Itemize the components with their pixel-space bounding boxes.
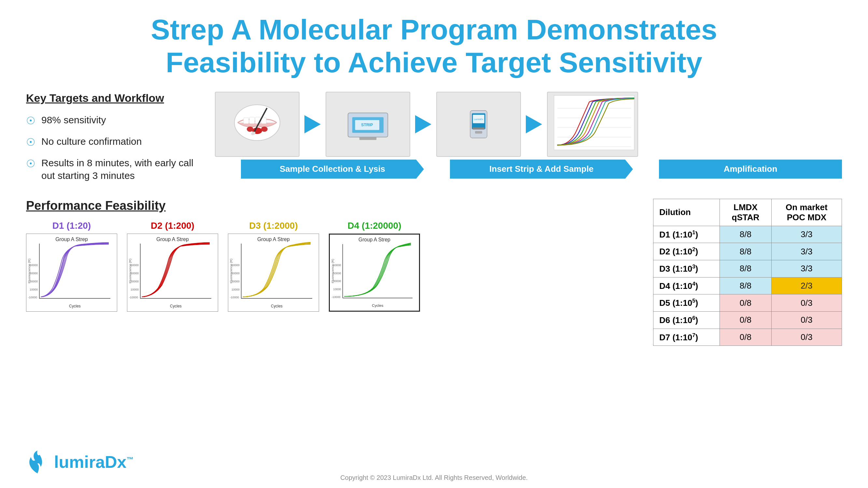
svg-text:10000: 10000 [333, 287, 341, 291]
content-area: Key Targets and Workflow ☉ 98% sensitivi… [0, 85, 868, 189]
svg-text:Group A Strep: Group A Strep [257, 236, 290, 242]
bullet-icon-2: ☉ [26, 136, 35, 149]
table-row-d4: D4 (1:104) 8/8 2/3 [653, 277, 842, 294]
key-targets-heading: Key Targets and Workflow [26, 92, 195, 104]
svg-text:Group A Strep: Group A Strep [156, 236, 189, 242]
chart-box-d1: Group A Strep -10000 10000 30000 50000 6… [26, 234, 117, 312]
arrow-right-icon-2 [415, 115, 431, 133]
table-row-d2: D2 (1:102) 8/8 3/3 [653, 243, 842, 260]
table-cell-poc-d1: 3/3 [771, 226, 842, 243]
chart-svg-d1: Group A Strep -10000 10000 30000 50000 6… [26, 234, 117, 311]
svg-text:Cycles: Cycles [170, 304, 182, 308]
table-cell-lmdx-d5: 0/8 [719, 294, 771, 312]
svg-text:Group A Strep: Group A Strep [55, 236, 88, 242]
chart-svg-d4: Group A Strep -10000 10000 30000 50000 6… [330, 234, 419, 311]
svg-rect-31 [26, 234, 117, 311]
table-cell-dilution-d2: D2 (1:102) [653, 243, 720, 260]
logo-text: lumiraDx™ [54, 452, 134, 472]
table-row-d7: D7 (1:107) 0/8 0/3 [653, 329, 842, 346]
logo-flame-icon [26, 449, 49, 475]
svg-text:Fluorescence (R): Fluorescence (R) [331, 259, 334, 283]
chart-box-d4: Group A Strep -10000 10000 30000 50000 6… [329, 234, 420, 312]
table-cell-dilution-d5: D5 (1:105) [653, 294, 720, 312]
table-cell-dilution-d3: D3 (1:103) [653, 260, 720, 277]
table-cell-poc-d5: 0/3 [771, 294, 842, 312]
svg-text:10000: 10000 [30, 288, 38, 291]
workflow-images: STRIP LumiraDx [215, 92, 842, 157]
arrow-2 [410, 115, 436, 133]
device-icon: LumiraDx [458, 98, 500, 150]
table-row-d3: D3 (1:103) 8/8 3/3 [653, 260, 842, 277]
table-cell-lmdx-d4: 8/8 [719, 277, 771, 294]
arrow-1 [300, 115, 326, 133]
svg-rect-25 [554, 96, 634, 150]
footer: Copyright © 2023 LumiraDx Ltd. All Right… [0, 474, 868, 482]
table-cell-poc-d7: 0/3 [771, 329, 842, 346]
performance-section: Performance Feasibility D1 (1:20) Group … [0, 189, 868, 346]
table-row-d1: D1 (1:101) 8/8 3/3 [653, 226, 842, 243]
title-section: Strep A Molecular Program Demonstrates F… [0, 0, 868, 85]
svg-text:-10000: -10000 [332, 295, 340, 299]
chart-box-d3: Group A Strep -10000 10000 30000 50000 6… [228, 234, 319, 312]
performance-heading: Performance Feasibility [26, 199, 637, 213]
dilution-label-d1: D1 (1:20) [53, 221, 91, 231]
bullet-icon-1: ☉ [26, 114, 35, 128]
arrow-right-icon-1 [304, 115, 321, 133]
workflow-box-2: STRIP [326, 92, 410, 157]
table-cell-lmdx-d6: 0/8 [719, 311, 771, 329]
table-header-poc: On marketPOC MDX [771, 199, 842, 226]
workflow-label-3: Amplification [659, 159, 842, 178]
table-cell-poc-d4: 2/3 [771, 277, 842, 294]
svg-text:Fluorescence (R): Fluorescence (R) [229, 259, 233, 283]
workflow-label-1: Sample Collection & Lysis [241, 159, 424, 178]
chart-container-d3: D3 (1:2000) Group A Strep -10000 10000 3… [228, 221, 319, 312]
svg-rect-16 [360, 137, 377, 140]
logo-area: lumiraDx™ [26, 449, 134, 475]
arrow-3 [521, 115, 547, 133]
table-row-d6: D6 (1:106) 0/8 0/3 [653, 311, 842, 329]
svg-rect-3 [249, 117, 255, 124]
table-row-d5: D5 (1:105) 0/8 0/3 [653, 294, 842, 312]
workflow-box-3: LumiraDx [436, 92, 521, 157]
bullet-text-1: 98% sensitivity [41, 113, 106, 126]
charts-row: D1 (1:20) Group A Strep -10000 10000 300… [26, 221, 637, 312]
performance-table-container: Dilution LMDXqSTAR On marketPOC MDX D1 (… [653, 199, 842, 346]
table-cell-lmdx-d1: 8/8 [719, 226, 771, 243]
arrow-right-icon-3 [526, 115, 542, 133]
left-column: Key Targets and Workflow ☉ 98% sensitivi… [26, 92, 195, 189]
chart-container-d1: D1 (1:20) Group A Strep -10000 10000 300… [26, 221, 117, 312]
table-cell-poc-d6: 0/3 [771, 311, 842, 329]
table-cell-dilution-d4: D4 (1:104) [653, 277, 720, 294]
svg-text:Cycles: Cycles [372, 303, 383, 307]
workflow-section: STRIP LumiraDx [215, 92, 842, 189]
svg-rect-23 [473, 128, 485, 130]
main-title: Strep A Molecular Program Demonstrates F… [20, 13, 848, 79]
table-cell-lmdx-d2: 8/8 [719, 243, 771, 260]
bullet-text-2: No culture confirmation [41, 135, 142, 148]
amplification-chart [548, 92, 638, 157]
strip-icon: STRIP [339, 101, 397, 147]
workflow-box-4 [547, 92, 638, 157]
table-cell-lmdx-d3: 8/8 [719, 260, 771, 277]
chart-svg-d3: Group A Strep -10000 10000 30000 50000 6… [228, 234, 319, 311]
svg-text:Cycles: Cycles [69, 304, 81, 308]
chart-svg-d2: Group A Strep -10000 10000 30000 50000 6… [127, 234, 218, 311]
dilution-label-d2: D2 (1:200) [151, 221, 194, 231]
svg-text:-10000: -10000 [230, 296, 239, 299]
performance-left: Performance Feasibility D1 (1:20) Group … [26, 199, 637, 312]
table-cell-poc-d2: 3/3 [771, 243, 842, 260]
svg-rect-2 [244, 118, 249, 124]
table-cell-poc-d3: 3/3 [771, 260, 842, 277]
mouth-icon [225, 98, 290, 150]
table-cell-dilution-d1: D1 (1:101) [653, 226, 720, 243]
workflow-labels: Sample Collection & Lysis Insert Strip &… [215, 159, 842, 178]
svg-text:10000: 10000 [130, 288, 139, 291]
svg-text:Fluorescence (R): Fluorescence (R) [27, 259, 31, 283]
chart-box-d2: Group A Strep -10000 10000 30000 50000 6… [127, 234, 218, 312]
svg-rect-64 [330, 234, 419, 311]
bullet-item-3: ☉ Results in 8 minutes, with early call … [26, 157, 195, 182]
workflow-box-1 [215, 92, 300, 157]
svg-text:-10000: -10000 [28, 296, 37, 299]
svg-rect-22 [475, 131, 482, 134]
dilution-label-d3: D3 (1:2000) [249, 221, 298, 231]
